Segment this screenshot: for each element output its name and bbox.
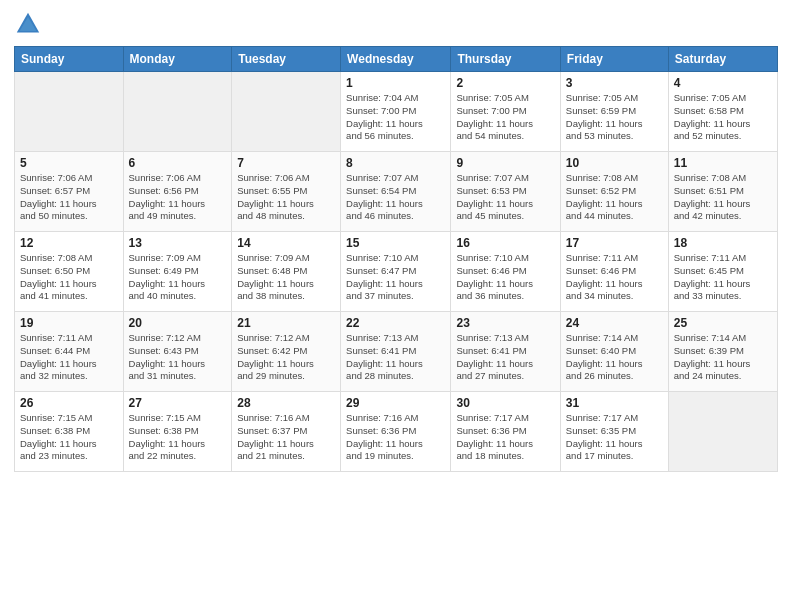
calendar-day-17: 17Sunrise: 7:11 AMSunset: 6:46 PMDayligh… (560, 232, 668, 312)
column-header-friday: Friday (560, 47, 668, 72)
calendar-day-28: 28Sunrise: 7:16 AMSunset: 6:37 PMDayligh… (232, 392, 341, 472)
day-info: Sunrise: 7:07 AMSunset: 6:54 PMDaylight:… (346, 172, 445, 223)
calendar-week-4: 26Sunrise: 7:15 AMSunset: 6:38 PMDayligh… (15, 392, 778, 472)
day-number: 12 (20, 236, 118, 250)
day-number: 30 (456, 396, 554, 410)
day-number: 4 (674, 76, 772, 90)
day-number: 20 (129, 316, 227, 330)
calendar-header-row: SundayMondayTuesdayWednesdayThursdayFrid… (15, 47, 778, 72)
calendar-day-4: 4Sunrise: 7:05 AMSunset: 6:58 PMDaylight… (668, 72, 777, 152)
calendar-day-3: 3Sunrise: 7:05 AMSunset: 6:59 PMDaylight… (560, 72, 668, 152)
calendar-empty-cell (668, 392, 777, 472)
day-number: 25 (674, 316, 772, 330)
calendar-day-14: 14Sunrise: 7:09 AMSunset: 6:48 PMDayligh… (232, 232, 341, 312)
day-number: 31 (566, 396, 663, 410)
day-number: 1 (346, 76, 445, 90)
calendar-day-9: 9Sunrise: 7:07 AMSunset: 6:53 PMDaylight… (451, 152, 560, 232)
calendar-empty-cell (15, 72, 124, 152)
calendar-day-5: 5Sunrise: 7:06 AMSunset: 6:57 PMDaylight… (15, 152, 124, 232)
calendar-day-7: 7Sunrise: 7:06 AMSunset: 6:55 PMDaylight… (232, 152, 341, 232)
day-number: 3 (566, 76, 663, 90)
day-info: Sunrise: 7:14 AMSunset: 6:39 PMDaylight:… (674, 332, 772, 383)
calendar-day-31: 31Sunrise: 7:17 AMSunset: 6:35 PMDayligh… (560, 392, 668, 472)
day-info: Sunrise: 7:17 AMSunset: 6:35 PMDaylight:… (566, 412, 663, 463)
day-number: 21 (237, 316, 335, 330)
day-number: 5 (20, 156, 118, 170)
day-info: Sunrise: 7:14 AMSunset: 6:40 PMDaylight:… (566, 332, 663, 383)
day-number: 27 (129, 396, 227, 410)
calendar-day-24: 24Sunrise: 7:14 AMSunset: 6:40 PMDayligh… (560, 312, 668, 392)
day-number: 15 (346, 236, 445, 250)
calendar-day-25: 25Sunrise: 7:14 AMSunset: 6:39 PMDayligh… (668, 312, 777, 392)
day-info: Sunrise: 7:08 AMSunset: 6:51 PMDaylight:… (674, 172, 772, 223)
calendar-day-19: 19Sunrise: 7:11 AMSunset: 6:44 PMDayligh… (15, 312, 124, 392)
calendar-week-1: 5Sunrise: 7:06 AMSunset: 6:57 PMDaylight… (15, 152, 778, 232)
calendar-day-23: 23Sunrise: 7:13 AMSunset: 6:41 PMDayligh… (451, 312, 560, 392)
day-info: Sunrise: 7:11 AMSunset: 6:44 PMDaylight:… (20, 332, 118, 383)
day-info: Sunrise: 7:05 AMSunset: 6:58 PMDaylight:… (674, 92, 772, 143)
day-number: 19 (20, 316, 118, 330)
day-number: 24 (566, 316, 663, 330)
column-header-sunday: Sunday (15, 47, 124, 72)
calendar-day-12: 12Sunrise: 7:08 AMSunset: 6:50 PMDayligh… (15, 232, 124, 312)
day-info: Sunrise: 7:09 AMSunset: 6:48 PMDaylight:… (237, 252, 335, 303)
day-number: 13 (129, 236, 227, 250)
day-info: Sunrise: 7:06 AMSunset: 6:55 PMDaylight:… (237, 172, 335, 223)
day-info: Sunrise: 7:06 AMSunset: 6:56 PMDaylight:… (129, 172, 227, 223)
column-header-thursday: Thursday (451, 47, 560, 72)
day-info: Sunrise: 7:11 AMSunset: 6:46 PMDaylight:… (566, 252, 663, 303)
day-number: 7 (237, 156, 335, 170)
day-number: 2 (456, 76, 554, 90)
calendar-week-2: 12Sunrise: 7:08 AMSunset: 6:50 PMDayligh… (15, 232, 778, 312)
calendar-week-0: 1Sunrise: 7:04 AMSunset: 7:00 PMDaylight… (15, 72, 778, 152)
calendar-day-29: 29Sunrise: 7:16 AMSunset: 6:36 PMDayligh… (341, 392, 451, 472)
calendar-day-11: 11Sunrise: 7:08 AMSunset: 6:51 PMDayligh… (668, 152, 777, 232)
day-info: Sunrise: 7:04 AMSunset: 7:00 PMDaylight:… (346, 92, 445, 143)
calendar-day-20: 20Sunrise: 7:12 AMSunset: 6:43 PMDayligh… (123, 312, 232, 392)
day-info: Sunrise: 7:08 AMSunset: 6:52 PMDaylight:… (566, 172, 663, 223)
day-info: Sunrise: 7:07 AMSunset: 6:53 PMDaylight:… (456, 172, 554, 223)
calendar-day-16: 16Sunrise: 7:10 AMSunset: 6:46 PMDayligh… (451, 232, 560, 312)
day-number: 26 (20, 396, 118, 410)
day-info: Sunrise: 7:05 AMSunset: 7:00 PMDaylight:… (456, 92, 554, 143)
day-number: 14 (237, 236, 335, 250)
calendar-day-30: 30Sunrise: 7:17 AMSunset: 6:36 PMDayligh… (451, 392, 560, 472)
day-info: Sunrise: 7:16 AMSunset: 6:37 PMDaylight:… (237, 412, 335, 463)
column-header-tuesday: Tuesday (232, 47, 341, 72)
day-info: Sunrise: 7:10 AMSunset: 6:47 PMDaylight:… (346, 252, 445, 303)
day-number: 10 (566, 156, 663, 170)
day-number: 23 (456, 316, 554, 330)
header-row (14, 10, 778, 38)
logo-icon (14, 10, 42, 38)
calendar-day-21: 21Sunrise: 7:12 AMSunset: 6:42 PMDayligh… (232, 312, 341, 392)
day-info: Sunrise: 7:09 AMSunset: 6:49 PMDaylight:… (129, 252, 227, 303)
day-info: Sunrise: 7:13 AMSunset: 6:41 PMDaylight:… (346, 332, 445, 383)
calendar-day-26: 26Sunrise: 7:15 AMSunset: 6:38 PMDayligh… (15, 392, 124, 472)
calendar-day-22: 22Sunrise: 7:13 AMSunset: 6:41 PMDayligh… (341, 312, 451, 392)
page-container: SundayMondayTuesdayWednesdayThursdayFrid… (0, 0, 792, 482)
calendar-day-15: 15Sunrise: 7:10 AMSunset: 6:47 PMDayligh… (341, 232, 451, 312)
day-info: Sunrise: 7:12 AMSunset: 6:42 PMDaylight:… (237, 332, 335, 383)
calendar-day-27: 27Sunrise: 7:15 AMSunset: 6:38 PMDayligh… (123, 392, 232, 472)
day-number: 29 (346, 396, 445, 410)
calendar-day-8: 8Sunrise: 7:07 AMSunset: 6:54 PMDaylight… (341, 152, 451, 232)
calendar-day-10: 10Sunrise: 7:08 AMSunset: 6:52 PMDayligh… (560, 152, 668, 232)
day-info: Sunrise: 7:15 AMSunset: 6:38 PMDaylight:… (129, 412, 227, 463)
calendar-day-1: 1Sunrise: 7:04 AMSunset: 7:00 PMDaylight… (341, 72, 451, 152)
calendar-table: SundayMondayTuesdayWednesdayThursdayFrid… (14, 46, 778, 472)
logo (14, 10, 46, 38)
day-info: Sunrise: 7:15 AMSunset: 6:38 PMDaylight:… (20, 412, 118, 463)
day-info: Sunrise: 7:05 AMSunset: 6:59 PMDaylight:… (566, 92, 663, 143)
day-info: Sunrise: 7:13 AMSunset: 6:41 PMDaylight:… (456, 332, 554, 383)
day-info: Sunrise: 7:06 AMSunset: 6:57 PMDaylight:… (20, 172, 118, 223)
calendar-empty-cell (232, 72, 341, 152)
column-header-saturday: Saturday (668, 47, 777, 72)
day-info: Sunrise: 7:08 AMSunset: 6:50 PMDaylight:… (20, 252, 118, 303)
calendar-day-6: 6Sunrise: 7:06 AMSunset: 6:56 PMDaylight… (123, 152, 232, 232)
calendar-day-13: 13Sunrise: 7:09 AMSunset: 6:49 PMDayligh… (123, 232, 232, 312)
calendar-week-3: 19Sunrise: 7:11 AMSunset: 6:44 PMDayligh… (15, 312, 778, 392)
column-header-wednesday: Wednesday (341, 47, 451, 72)
day-number: 18 (674, 236, 772, 250)
day-number: 22 (346, 316, 445, 330)
day-number: 9 (456, 156, 554, 170)
